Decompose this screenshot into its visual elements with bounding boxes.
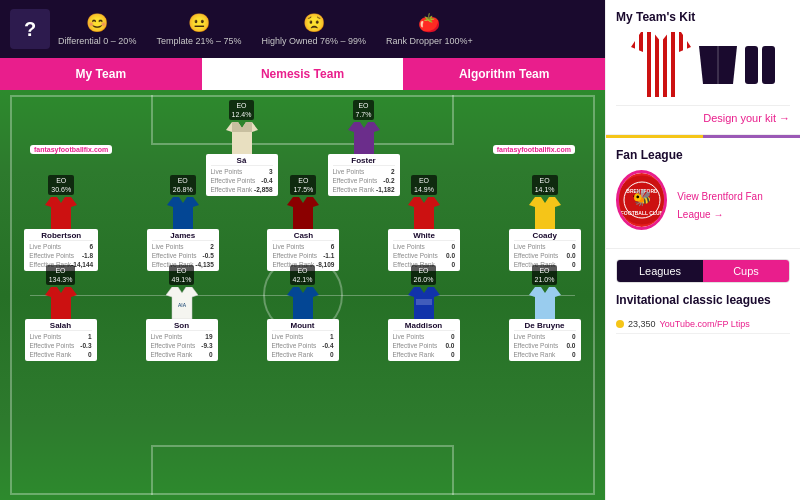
sa-shirt [226,122,258,154]
son-info: Son Live Points19 Effective Points-9.3 E… [146,319,218,361]
foster-shirt [348,122,380,154]
filter-items: 😊 Differential 0 – 20% 😐 Template 21% – … [58,12,595,46]
kit-sock-right [762,46,775,84]
fan-league-title: Fan League [616,148,790,162]
tab-cups[interactable]: Cups [703,260,789,282]
tab-algorithm-team[interactable]: Algorithm Team [403,58,605,90]
player-son: EO49.1% AIA Son Live Points19 Effective … [146,265,218,361]
template-icon: 😐 [188,12,210,34]
league-row-inner: 23,350 YouTube.com/FP Ltips [616,319,750,329]
rank-dropper-icon: 🍅 [418,12,440,34]
top-bar: ? 😊 Differential 0 – 20% 😐 Template 21% … [0,0,605,58]
mount-info: Mount Live Points1 Effective Points-0.4 … [267,319,339,361]
cash-eo: EO17.5% [290,175,316,195]
player-maddison: EO26.0% Maddison Live Points0 Effective … [388,265,460,361]
fan-league-section: Fan League BRENTFORD 🐝 FOOTBALL CLUB [606,138,800,249]
fan-league-content: BRENTFORD 🐝 FOOTBALL CLUB View Brentford… [616,170,790,238]
white-eo: EO14.9% [411,175,437,195]
league-rank: 23,350 [628,319,656,329]
svg-marker-17 [631,32,691,97]
sidebar: My Team's Kit [605,0,800,500]
invitational-title: Invitational classic leagues [616,293,790,307]
league-indicator [616,320,624,328]
brentford-logo: BRENTFORD 🐝 FOOTBALL CLUB [616,170,667,230]
debruyne-shirt [529,287,561,319]
robertson-shirt [45,197,77,229]
differential-icon: 😊 [86,12,108,34]
help-button[interactable]: ? [10,9,50,49]
svg-marker-5 [287,197,319,229]
mount-eo: EO42.1% [290,265,316,285]
salah-shirt [45,287,77,319]
highly-owned-icon: 😟 [303,12,325,34]
svg-marker-0 [226,122,258,154]
player-cash: EO17.5% Cash Live Points6 Effective Poin… [267,175,339,271]
player-debruyne: EO21.0% De Bruyne Live Points0 Effective… [509,265,581,361]
kit-section: My Team's Kit [606,0,800,135]
foster-eo: EO7.7% [353,100,375,120]
player-robertson: EO30.6% Robertson Live Points6 Effective… [24,175,98,271]
kit-sock-left [745,46,758,84]
players-layer: EO12.4% Sá Live Points3 Effective Points… [0,90,605,500]
svg-text:FOOTBALL CLUB: FOOTBALL CLUB [620,210,663,216]
svg-rect-21 [762,46,775,84]
james-eo: EO26.8% [170,175,196,195]
brentford-badge: BRENTFORD 🐝 FOOTBALL CLUB [617,173,667,227]
svg-marker-2 [348,122,380,154]
filter-differential[interactable]: 😊 Differential 0 – 20% [58,12,136,46]
robertson-eo: EO30.6% [48,175,74,195]
white-shirt [408,197,440,229]
svg-marker-14 [529,287,561,319]
league-row-invitational: 23,350 YouTube.com/FP Ltips [616,315,790,334]
leagues-cups-tabs: Leagues Cups [616,259,790,283]
salah-eo: EO134.3% [46,265,76,285]
svg-marker-11 [287,287,319,319]
svg-marker-1 [232,122,252,132]
defender-row: EO30.6% Robertson Live Points6 Effective… [0,175,605,271]
svg-rect-13 [416,299,432,305]
filter-rank-dropper[interactable]: 🍅 Rank Dropper 100%+ [386,12,473,46]
coady-shirt [529,197,561,229]
player-mount: EO42.1% Mount Live Points1 Effective Poi… [267,265,339,361]
kit-title: My Team's Kit [616,10,790,24]
team-tabs: My Team Nemesis Team Algorithm Team [0,58,605,90]
player-coady: EO14.1% Coady Live Points0 Effective Poi… [509,175,581,271]
salah-info: Salah Live Points1 Effective Points-0.3 … [25,319,97,361]
player-james: EO26.8% James Live Points2 Effective Poi… [147,175,219,271]
son-shirt: AIA [166,287,198,319]
kit-socks [745,46,775,84]
main-area: ? 😊 Differential 0 – 20% 😐 Template 21% … [0,0,605,500]
filter-highly-owned[interactable]: 😟 Highly Owned 76% – 99% [261,12,366,46]
tab-my-team[interactable]: My Team [0,58,202,90]
view-fan-league-link[interactable]: View Brentford Fan League → [677,191,762,220]
svg-marker-6 [408,197,440,229]
maddison-info: Maddison Live Points0 Effective Points0.… [388,319,460,361]
mount-shirt [287,287,319,319]
svg-marker-3 [45,197,77,229]
filter-template[interactable]: 😐 Template 21% – 75% [156,12,241,46]
svg-text:🐝: 🐝 [632,188,652,207]
sa-eo: EO12.4% [229,100,255,120]
cash-shirt [287,197,319,229]
svg-marker-8 [45,287,77,319]
debruyne-eo: EO21.0% [532,265,558,285]
svg-rect-20 [745,46,758,84]
brentford-svg: BRENTFORD 🐝 FOOTBALL CLUB [617,175,667,225]
svg-marker-4 [167,197,199,229]
kit-shorts-svg [699,46,737,84]
midfielder-row: EO134.3% Salah Live Points1 Effective Po… [0,265,605,361]
tab-nemesis-team[interactable]: Nemesis Team [202,58,404,90]
debruyne-info: De Bruyne Live Points0 Effective Points0… [509,319,581,361]
maddison-eo: EO26.0% [411,265,437,285]
svg-marker-7 [529,197,561,229]
player-white: EO14.9% White Live Points0 Effective Poi… [388,175,460,271]
coady-eo: EO14.1% [532,175,558,195]
league-link[interactable]: YouTube.com/FP Ltips [660,319,750,329]
james-shirt [167,197,199,229]
leagues-section: Leagues Cups Invitational classic league… [606,249,800,344]
kit-shirt-svg [631,32,691,97]
kit-display [616,32,790,97]
maddison-shirt [408,287,440,319]
tab-leagues[interactable]: Leagues [617,260,703,282]
design-kit-link[interactable]: Design your kit → [703,112,790,124]
